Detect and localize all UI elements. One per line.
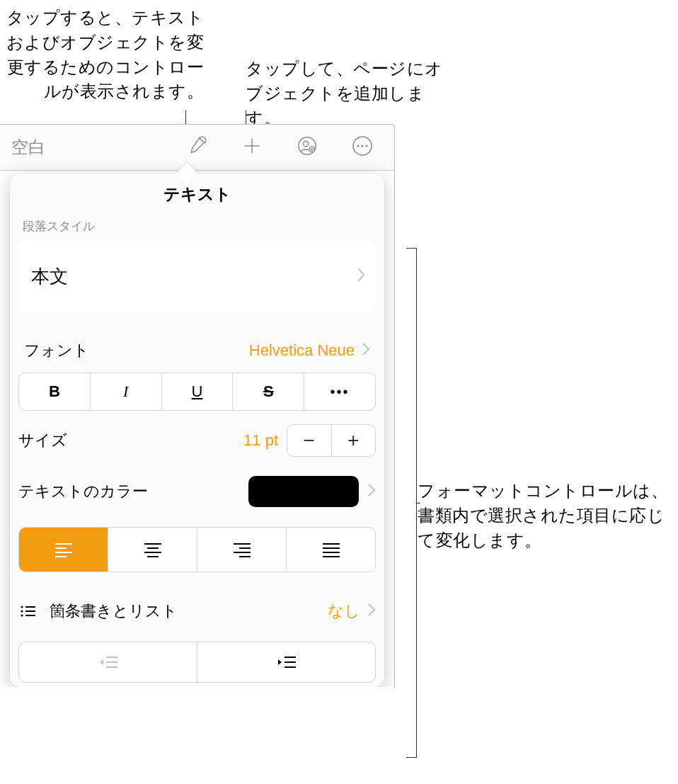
callout-format-button: タップすると、テキストおよびオブジェクトを変更するためのコントロールが表示されま… bbox=[6, 6, 204, 104]
callout-insert-button: タップして、ページにオブジェクトを追加します。 bbox=[246, 57, 458, 130]
paintbrush-icon bbox=[186, 135, 207, 159]
font-label: フォント bbox=[24, 340, 89, 361]
callout-format-panel: フォーマットコントロールは、書類内で選択された項目に応じて変化します。 bbox=[418, 479, 672, 552]
italic-button[interactable]: I bbox=[91, 373, 162, 410]
underline-button[interactable]: U bbox=[162, 373, 234, 410]
font-size-row: サイズ 11 pt − + bbox=[18, 418, 376, 463]
size-value: 11 pt bbox=[243, 431, 287, 450]
bullets-lists-row[interactable]: 箇条書きとリスト なし bbox=[18, 589, 376, 633]
collaborate-button[interactable] bbox=[280, 125, 335, 171]
list-icon bbox=[18, 605, 37, 618]
toolbar: 空白 bbox=[0, 125, 394, 171]
svg-point-5 bbox=[361, 144, 363, 147]
svg-point-1 bbox=[303, 141, 309, 147]
chevron-right-icon bbox=[362, 342, 370, 359]
font-row[interactable]: フォント Helvetica Neue bbox=[18, 329, 376, 373]
text-color-row[interactable]: テキストのカラー bbox=[18, 466, 376, 517]
plus-icon bbox=[241, 135, 263, 159]
paragraph-style-label: 段落スタイル bbox=[10, 218, 384, 239]
text-color-label: テキストのカラー bbox=[18, 481, 148, 502]
bold-button[interactable]: B bbox=[19, 373, 91, 410]
indent-segment bbox=[18, 642, 376, 683]
more-text-style-button[interactable] bbox=[304, 373, 375, 410]
svg-point-4 bbox=[357, 144, 359, 147]
popover-title: テキスト bbox=[10, 174, 384, 218]
size-decrease-button[interactable]: − bbox=[287, 425, 332, 456]
svg-point-6 bbox=[365, 144, 367, 147]
size-stepper: − + bbox=[287, 424, 376, 457]
align-justify-button[interactable] bbox=[287, 528, 375, 572]
callout-bracket-tick bbox=[416, 503, 420, 504]
svg-point-9 bbox=[21, 614, 23, 616]
person-add-icon bbox=[297, 135, 318, 159]
alignment-segment bbox=[18, 527, 376, 572]
bullets-value: なし bbox=[328, 601, 360, 622]
font-value: Helvetica Neue bbox=[249, 341, 355, 360]
format-popover: テキスト 段落スタイル 本文 フォント Helvetica Neue B I U… bbox=[10, 174, 384, 687]
paragraph-style-row[interactable]: 本文 bbox=[18, 239, 376, 313]
strike-button[interactable]: S bbox=[233, 373, 304, 410]
more-button[interactable] bbox=[335, 125, 390, 171]
chevron-right-icon bbox=[367, 603, 376, 620]
format-button[interactable] bbox=[169, 125, 224, 171]
align-center-button[interactable] bbox=[108, 528, 197, 572]
size-label: サイズ bbox=[18, 430, 67, 451]
outdent-button[interactable] bbox=[19, 642, 197, 682]
paragraph-style-value: 本文 bbox=[31, 264, 68, 289]
bullets-label: 箇条書きとリスト bbox=[50, 601, 178, 622]
text-color-swatch bbox=[248, 476, 359, 507]
chevron-right-icon bbox=[356, 267, 366, 285]
svg-point-8 bbox=[21, 610, 23, 612]
ellipsis-circle-icon bbox=[351, 135, 374, 160]
svg-point-7 bbox=[21, 606, 23, 608]
align-right-button[interactable] bbox=[197, 528, 287, 572]
align-left-button[interactable] bbox=[19, 528, 108, 572]
text-style-segment: B I U S bbox=[18, 373, 376, 411]
size-increase-button[interactable]: + bbox=[332, 425, 376, 456]
document-title[interactable]: 空白 bbox=[11, 136, 45, 159]
chevron-right-icon bbox=[367, 483, 376, 500]
insert-button[interactable] bbox=[224, 125, 280, 171]
app-window: 空白 テキスト 段落スタイル 本文 bbox=[0, 124, 395, 687]
callout-bracket bbox=[407, 248, 417, 758]
indent-button[interactable] bbox=[197, 642, 375, 682]
